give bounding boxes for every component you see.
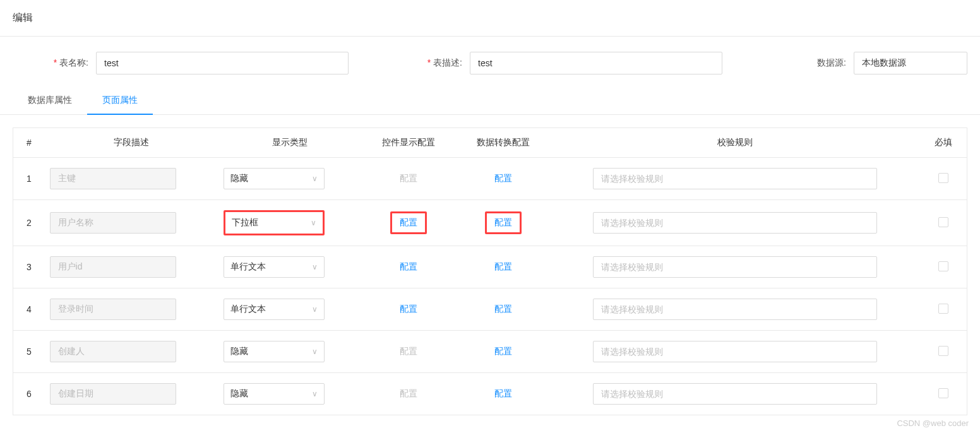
datasource-input[interactable] — [854, 52, 967, 74]
data-transform-button[interactable]: 配置 — [494, 388, 512, 398]
field-desc-input: 用户id — [50, 256, 176, 278]
col-validation: 校验规则 — [551, 128, 919, 158]
page-title: 编辑 — [13, 12, 33, 23]
chevron-down-icon: ∨ — [312, 305, 318, 314]
validation-rule-input[interactable] — [593, 383, 877, 405]
select-value: 隐藏 — [230, 346, 248, 357]
form-item-table-desc: 表描述: — [424, 52, 722, 74]
col-required: 必填 — [919, 128, 967, 158]
field-desc-input: 创建人 — [50, 341, 176, 362]
table-desc-label: 表描述: — [424, 57, 462, 69]
field-desc-input: 创建日期 — [50, 383, 176, 405]
watermark: CSDN @web coder — [897, 418, 969, 428]
table-desc-input[interactable] — [470, 52, 722, 74]
page-header: 编辑 — [0, 0, 980, 37]
field-desc-input: 用户名称 — [50, 212, 176, 234]
form-item-datasource: 数据源: — [808, 52, 967, 74]
row-index: 4 — [13, 288, 45, 331]
control-config-button: 配置 — [400, 346, 417, 356]
validation-rule-input[interactable] — [593, 341, 877, 362]
validation-rule-input[interactable] — [593, 168, 877, 189]
display-type-select[interactable]: 隐藏∨ — [224, 341, 325, 362]
data-transform-button[interactable]: 配置 — [494, 217, 512, 227]
select-value: 单行文本 — [230, 261, 266, 273]
table-row: 1主键隐藏∨配置配置 — [13, 158, 967, 200]
chevron-down-icon: ∨ — [311, 218, 316, 227]
row-index: 5 — [13, 331, 45, 373]
table-name-input[interactable] — [96, 52, 349, 74]
table-row: 3用户id单行文本∨配置配置 — [13, 246, 967, 288]
required-checkbox[interactable] — [938, 388, 948, 398]
row-index: 6 — [13, 373, 45, 415]
row-index: 1 — [13, 158, 45, 200]
datasource-label: 数据源: — [808, 57, 846, 69]
tabs: 数据库属性 页面属性 — [0, 87, 980, 115]
control-config-button: 配置 — [400, 388, 417, 398]
field-desc-input: 登录时间 — [50, 299, 176, 320]
validation-rule-input[interactable] — [593, 256, 877, 278]
tab-database-attributes[interactable]: 数据库属性 — [13, 87, 87, 115]
data-transform-button[interactable]: 配置 — [494, 346, 512, 356]
control-config-button: 配置 — [400, 173, 417, 183]
display-type-select[interactable]: 单行文本∨ — [224, 256, 325, 278]
data-transform-button[interactable]: 配置 — [494, 261, 512, 271]
attributes-table: # 字段描述 显示类型 控件显示配置 数据转换配置 校验规则 必填 1主键隐藏∨… — [13, 128, 967, 415]
col-data-transform: 数据转换配置 — [456, 128, 551, 158]
col-control-config: 控件显示配置 — [361, 128, 456, 158]
display-type-select[interactable]: 单行文本∨ — [224, 299, 325, 320]
table-row: 2用户名称下拉框∨配置配置 — [13, 200, 967, 246]
form-row: 表名称: 表描述: 数据源: — [0, 37, 980, 87]
chevron-down-icon: ∨ — [312, 347, 318, 356]
select-value: 隐藏 — [230, 388, 248, 400]
required-checkbox[interactable] — [938, 217, 948, 227]
data-transform-button[interactable]: 配置 — [494, 173, 512, 183]
select-value: 单行文本 — [230, 304, 266, 315]
table-name-label: 表名称: — [51, 57, 88, 69]
control-config-button[interactable]: 配置 — [400, 261, 417, 271]
required-checkbox[interactable] — [938, 346, 948, 356]
chevron-down-icon: ∨ — [312, 389, 318, 398]
col-index: # — [13, 128, 45, 158]
display-type-select[interactable]: 隐藏∨ — [224, 168, 325, 189]
col-field-desc: 字段描述 — [45, 128, 219, 158]
control-config-button[interactable]: 配置 — [400, 304, 417, 314]
chevron-down-icon: ∨ — [312, 174, 318, 183]
row-index: 2 — [13, 200, 45, 246]
table-row: 5创建人隐藏∨配置配置 — [13, 331, 967, 373]
display-type-select[interactable]: 下拉框∨ — [224, 210, 325, 235]
required-checkbox[interactable] — [938, 173, 948, 183]
select-value: 隐藏 — [230, 173, 248, 184]
validation-rule-input[interactable] — [593, 212, 877, 234]
table-row: 4登录时间单行文本∨配置配置 — [13, 288, 967, 331]
form-item-table-name: 表名称: — [51, 52, 349, 74]
tab-page-attributes[interactable]: 页面属性 — [87, 87, 153, 115]
control-config-button[interactable]: 配置 — [400, 217, 417, 227]
select-value: 下拉框 — [232, 217, 258, 228]
col-display-type: 显示类型 — [218, 128, 361, 158]
data-transform-button[interactable]: 配置 — [494, 304, 512, 314]
table-container: # 字段描述 显示类型 控件显示配置 数据转换配置 校验规则 必填 1主键隐藏∨… — [0, 115, 980, 428]
field-desc-input: 主键 — [50, 168, 176, 189]
display-type-select[interactable]: 隐藏∨ — [224, 383, 325, 405]
required-checkbox[interactable] — [938, 261, 948, 271]
validation-rule-input[interactable] — [593, 299, 877, 320]
row-index: 3 — [13, 246, 45, 288]
chevron-down-icon: ∨ — [312, 263, 318, 271]
table-row: 6创建日期隐藏∨配置配置 — [13, 373, 967, 415]
required-checkbox[interactable] — [938, 304, 948, 314]
table-header-row: # 字段描述 显示类型 控件显示配置 数据转换配置 校验规则 必填 — [13, 128, 967, 158]
